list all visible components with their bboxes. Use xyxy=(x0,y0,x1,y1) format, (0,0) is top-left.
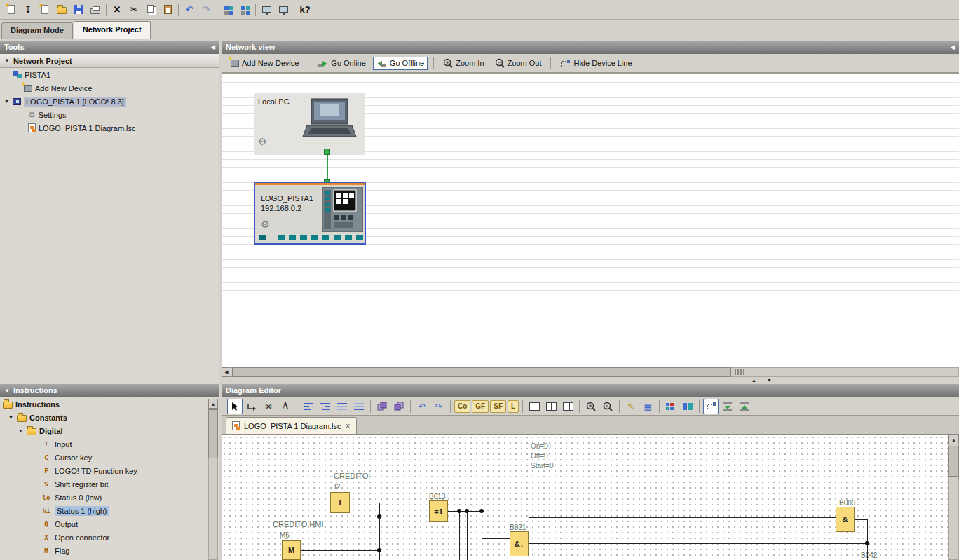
input-block[interactable]: I xyxy=(330,492,350,513)
connect-tool-button[interactable] xyxy=(244,399,259,414)
logic-list-catalog-button[interactable]: L xyxy=(508,400,519,413)
expand-vertical-space-button[interactable] xyxy=(720,399,735,414)
import-button[interactable]: ↧ xyxy=(20,1,36,18)
bring-to-front-button[interactable] xyxy=(374,399,390,414)
tree-item-digital[interactable]: ▼ Digital xyxy=(0,424,219,437)
grid-toggle-button[interactable]: ▦ xyxy=(640,399,655,414)
tree-item-td-function-key[interactable]: F LOGO! TD Function key xyxy=(0,464,219,477)
pane-splitter[interactable]: ▲ ▼ xyxy=(222,377,959,384)
instructions-panel-header[interactable]: ▼ Instructions xyxy=(0,384,219,397)
tree-item-shift-register-bit[interactable]: S Shift register bit xyxy=(0,477,219,491)
diagram-tab[interactable]: LOGO_PISTA 1 Diagram.lsc × xyxy=(226,417,357,434)
new-file-button[interactable] xyxy=(36,1,53,18)
compress-vertical-space-button[interactable] xyxy=(737,399,752,414)
copy-button[interactable] xyxy=(142,1,159,18)
collapse-right-icon[interactable]: ◀ xyxy=(951,41,955,54)
network-compare-button[interactable] xyxy=(219,1,236,18)
local-pc-device[interactable]: Local PC ⚙ xyxy=(254,93,365,155)
editor-zoom-in-button[interactable] xyxy=(583,399,599,414)
paste-button[interactable] xyxy=(159,1,176,18)
editor-zoom-out-button[interactable] xyxy=(600,399,615,414)
network-project-button[interactable] xyxy=(236,1,253,18)
redo-button[interactable]: ↷ xyxy=(198,1,215,18)
single-window-button[interactable] xyxy=(526,399,542,414)
tree-item-instructions-root[interactable]: Instructions xyxy=(0,397,219,411)
pc-port-connector[interactable] xyxy=(324,149,330,155)
context-help-button[interactable]: k? xyxy=(297,1,313,18)
tree-item-open-connector[interactable]: X Open connector xyxy=(0,531,219,544)
comment-tool-button[interactable]: ✎ xyxy=(623,399,639,414)
logo-pista1-device[interactable]: LOGO_PISTA1 192.168.0.2 ⚙ xyxy=(254,182,366,245)
tree-item-add-new-device[interactable]: Add New Device xyxy=(0,81,219,95)
delete-button[interactable]: ✕ xyxy=(109,1,125,18)
expander-icon[interactable]: ▼ xyxy=(8,415,14,420)
basic-functions-catalog-button[interactable]: GF xyxy=(472,400,489,413)
tree-item-settings[interactable]: ⚙ Settings xyxy=(0,108,219,121)
text-tool-button[interactable]: A xyxy=(278,399,293,414)
online-test-button[interactable] xyxy=(680,399,695,414)
tree-item-flag[interactable]: M Flag xyxy=(0,544,219,557)
zoom-out-button[interactable]: Zoom Out xyxy=(491,56,545,70)
diagram-canvas[interactable]: On=0+ Off=0 Start=0 CREDITO: I2 I B013 =… xyxy=(222,435,948,560)
local-pc-settings-icon[interactable]: ⚙ xyxy=(258,137,267,146)
cut-button[interactable]: ✂ xyxy=(125,1,142,18)
instructions-scrollbar-thumb[interactable] xyxy=(208,409,218,458)
align-top-button[interactable] xyxy=(334,399,350,414)
collapse-left-icon[interactable]: ◀ xyxy=(211,41,215,54)
new-diagram-button[interactable] xyxy=(3,1,20,18)
scroll-up-icon[interactable]: ▲ xyxy=(208,399,218,409)
flag-block[interactable]: M xyxy=(282,540,301,560)
split-two-windows-button[interactable] xyxy=(543,399,559,414)
zoom-in-button[interactable]: Zoom In xyxy=(440,56,487,70)
logo-device-settings-icon[interactable]: ⚙ xyxy=(261,219,270,229)
tree-item-diagram-file[interactable]: LOGO_PISTA 1 Diagram.lsc xyxy=(0,121,219,135)
go-online-button[interactable]: Go Online xyxy=(314,57,369,70)
tree-item-cursor-key[interactable]: C Cursor key xyxy=(0,451,219,464)
open-button[interactable] xyxy=(53,1,70,18)
editor-vscrollbar-thumb[interactable] xyxy=(948,446,959,477)
selection-tool-button[interactable] xyxy=(227,399,243,414)
tab-diagram-mode[interactable]: Diagram Mode xyxy=(1,22,73,39)
b013-or-block[interactable]: =1 xyxy=(429,500,448,522)
tree-item-pista1[interactable]: PISTA1 xyxy=(0,68,219,81)
network-project-section-bar[interactable]: ▼ Network Project xyxy=(0,54,219,68)
save-button[interactable] xyxy=(70,1,87,18)
close-tab-icon[interactable]: × xyxy=(346,421,351,431)
logo-device-ip[interactable]: 192.168.0.2 xyxy=(261,204,301,212)
network-view-canvas[interactable]: Local PC ⚙ LOGO_PISTA1 192.168.0.2 ⚙ xyxy=(222,73,959,367)
scroll-up-icon[interactable]: ▲ xyxy=(948,435,959,444)
tree-item-constants[interactable]: ▼ Constants xyxy=(0,411,219,424)
scrollbar-grip[interactable] xyxy=(735,369,744,375)
align-bottom-button[interactable] xyxy=(351,399,367,414)
hide-device-line-button[interactable]: Hide Device Line xyxy=(557,57,635,70)
editor-undo-button[interactable]: ↶ xyxy=(414,399,430,414)
go-offline-button[interactable]: Go Offline xyxy=(373,57,428,70)
reroute-connections-button[interactable] xyxy=(703,399,719,414)
align-right-button[interactable] xyxy=(318,399,333,414)
special-functions-catalog-button[interactable]: SF xyxy=(490,400,506,413)
editor-redo-button[interactable]: ↷ xyxy=(431,399,447,414)
b009-and-block[interactable]: & xyxy=(836,507,855,532)
expander-icon[interactable]: ▼ xyxy=(4,99,10,104)
tree-item-input[interactable]: I Input xyxy=(0,437,219,451)
tab-network-project[interactable]: Network Project xyxy=(74,21,151,39)
simulation-button[interactable] xyxy=(663,399,679,414)
scroll-left-icon[interactable]: ◀ xyxy=(222,367,231,377)
expander-icon[interactable]: ▼ xyxy=(18,428,24,433)
tree-item-output[interactable]: Q Output xyxy=(0,517,219,531)
tree-item-logo-pista1[interactable]: ▼ LOGO_PISTA 1 [LOGO! 8.3] xyxy=(0,95,219,108)
b021-and-edge-block[interactable]: &↓ xyxy=(510,531,529,556)
network-view-hscrollbar-thumb[interactable] xyxy=(232,367,731,377)
split-three-windows-button[interactable] xyxy=(560,399,576,414)
transfer-device-to-pc-button[interactable] xyxy=(275,1,292,18)
splitter-collapse-up-icon[interactable]: ▲ xyxy=(751,378,756,383)
print-button[interactable] xyxy=(87,1,104,18)
transfer-pc-to-device-button[interactable] xyxy=(258,1,275,18)
send-to-back-button[interactable] xyxy=(391,399,407,414)
connectors-catalog-button[interactable]: Co xyxy=(454,400,470,413)
split-connection-button[interactable]: ⊠ xyxy=(261,399,276,414)
splitter-collapse-down-icon[interactable]: ▼ xyxy=(767,378,772,383)
add-new-device-button[interactable]: Add New Device xyxy=(227,57,302,69)
undo-button[interactable]: ↶ xyxy=(181,1,198,18)
align-left-button[interactable] xyxy=(301,399,316,414)
